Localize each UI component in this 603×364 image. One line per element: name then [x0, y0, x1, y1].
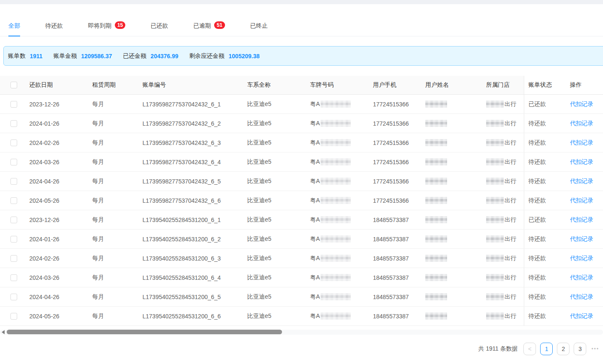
- plate-prefix: 粤A: [310, 139, 320, 147]
- top-strip: [0, 0, 603, 4]
- cell-checkbox: [0, 95, 25, 114]
- row-checkbox[interactable]: [10, 101, 17, 108]
- cell-lease-cycle: 每月: [88, 268, 138, 287]
- row-checkbox[interactable]: [10, 274, 17, 281]
- store-suffix: 出行: [505, 274, 516, 281]
- chevron-left-icon: <: [528, 346, 531, 352]
- cell-action: 代扣记录: [566, 307, 603, 325]
- tab-repaid[interactable]: 已还款: [150, 22, 168, 36]
- tab-all[interactable]: 全部: [8, 22, 20, 36]
- redacted-name-mosaic: [425, 274, 447, 281]
- withhold-record-link[interactable]: 代扣记录: [570, 158, 593, 166]
- cell-car-series: 比亚迪e5: [243, 210, 306, 229]
- cell-phone: 18485573387: [369, 230, 421, 248]
- tab-pending-repayment[interactable]: 待还款: [45, 22, 63, 36]
- redacted-name-mosaic: [425, 197, 447, 204]
- redacted-store-mosaic: [486, 139, 504, 146]
- redacted-plate-mosaic: [321, 235, 351, 243]
- row-checkbox[interactable]: [10, 313, 17, 320]
- row-checkbox[interactable]: [10, 159, 17, 165]
- cell-repay-date: 2024-04-26: [25, 172, 88, 191]
- row-checkbox[interactable]: [10, 217, 17, 223]
- cell-store: 出行: [482, 191, 524, 210]
- summary-bar: 账单数 1911 账单金额 1209586.37 已还金额 204376.99 …: [3, 46, 603, 66]
- redacted-store-mosaic: [486, 235, 504, 243]
- withhold-record-link[interactable]: 代扣记录: [570, 139, 593, 147]
- col-header-bill-no: 账单编号: [138, 76, 243, 94]
- cell-store: 出行: [482, 249, 524, 268]
- withhold-record-link[interactable]: 代扣记录: [570, 235, 593, 243]
- cell-action: 代扣记录: [566, 172, 603, 191]
- col-header-car-series: 车系全称: [243, 76, 306, 94]
- table-row: 2024-04-26 每月 L1739540255284531200_6_5 比…: [0, 287, 603, 307]
- row-checkbox[interactable]: [10, 197, 17, 204]
- withhold-record-link[interactable]: 代扣记录: [570, 178, 593, 185]
- cell-bill-status: 待还款: [524, 230, 566, 248]
- prev-page-button[interactable]: <: [523, 343, 536, 355]
- row-checkbox[interactable]: [10, 294, 17, 300]
- cell-plate: 粤A: [306, 230, 369, 248]
- withhold-record-link[interactable]: 代扣记录: [570, 255, 593, 262]
- cell-action: 代扣记录: [566, 249, 603, 268]
- header-checkbox-cell: [0, 76, 25, 94]
- withhold-record-link[interactable]: 代扣记录: [570, 293, 593, 301]
- redacted-store-mosaic: [486, 101, 504, 108]
- cell-bill-no: L1739540255284531200_6_4: [138, 268, 243, 287]
- cell-bill-status: 待还款: [524, 307, 566, 325]
- cell-store: 出行: [482, 172, 524, 191]
- page-button-2[interactable]: 2: [557, 343, 569, 355]
- cell-store: 出行: [482, 307, 524, 325]
- store-suffix: 出行: [505, 101, 516, 108]
- cell-bill-status: 待还款: [524, 172, 566, 191]
- withhold-record-link[interactable]: 代扣记录: [570, 216, 593, 224]
- cell-checkbox: [0, 172, 25, 191]
- row-checkbox[interactable]: [10, 139, 17, 146]
- tab-label: 已逾期: [193, 22, 211, 30]
- row-checkbox[interactable]: [10, 120, 17, 127]
- cell-checkbox: [0, 210, 25, 229]
- tab-terminated[interactable]: 已终止: [250, 22, 268, 36]
- cell-repay-date: 2024-02-26: [25, 133, 88, 152]
- plate-prefix: 粤A: [310, 255, 320, 262]
- cell-lease-cycle: 每月: [88, 114, 138, 133]
- cell-plate: 粤A: [306, 287, 369, 306]
- scrollbar-thumb[interactable]: [7, 330, 282, 334]
- redacted-name-mosaic: [425, 139, 447, 146]
- cell-phone: 18485573387: [369, 287, 421, 306]
- cell-repay-date: 2024-01-26: [25, 114, 88, 133]
- page-button-1[interactable]: 1: [540, 343, 553, 355]
- redacted-name-mosaic: [425, 120, 447, 127]
- cell-plate: 粤A: [306, 133, 369, 152]
- table-row: 2023-12-26 每月 L1739540255284531200_6_1 比…: [0, 210, 603, 230]
- more-pages-ellipsis-icon[interactable]: •••: [591, 346, 599, 352]
- redacted-plate-mosaic: [321, 158, 351, 165]
- withhold-record-link[interactable]: 代扣记录: [570, 120, 593, 127]
- page-button-3[interactable]: 3: [574, 343, 586, 355]
- cell-car-series: 比亚迪e5: [243, 268, 306, 287]
- cell-bill-no: L1739540255284531200_6_3: [138, 249, 243, 268]
- scroll-left-arrow-icon[interactable]: [2, 330, 5, 334]
- withhold-record-link[interactable]: 代扣记录: [570, 312, 593, 320]
- select-all-checkbox[interactable]: [10, 82, 17, 88]
- table-row: 2024-05-26 每月 L1739598277537042432_6_6 比…: [0, 191, 603, 210]
- cell-phone: 17724515366: [369, 133, 421, 152]
- row-checkbox[interactable]: [10, 255, 17, 262]
- row-checkbox[interactable]: [10, 236, 17, 243]
- total-count-text: 共 1911 条数据: [479, 345, 518, 353]
- withhold-record-link[interactable]: 代扣记录: [570, 197, 593, 204]
- cell-bill-no: L1739598277537042432_6_5: [138, 172, 243, 191]
- cell-checkbox: [0, 230, 25, 248]
- redacted-name-mosaic: [425, 255, 447, 262]
- withhold-record-link[interactable]: 代扣记录: [570, 101, 593, 108]
- withhold-record-link[interactable]: 代扣记录: [570, 274, 593, 281]
- tab-due-soon[interactable]: 即将到期 15: [88, 22, 125, 36]
- redacted-store-mosaic: [486, 312, 504, 320]
- cell-store: 出行: [482, 133, 524, 152]
- cell-user-name: [421, 114, 482, 133]
- cell-lease-cycle: 每月: [88, 287, 138, 306]
- tab-overdue[interactable]: 已逾期 51: [193, 22, 225, 36]
- cell-repay-date: 2023-12-26: [25, 210, 88, 229]
- cell-action: 代扣记录: [566, 152, 603, 171]
- cell-bill-no: L1739540255284531200_6_2: [138, 230, 243, 248]
- row-checkbox[interactable]: [10, 178, 17, 185]
